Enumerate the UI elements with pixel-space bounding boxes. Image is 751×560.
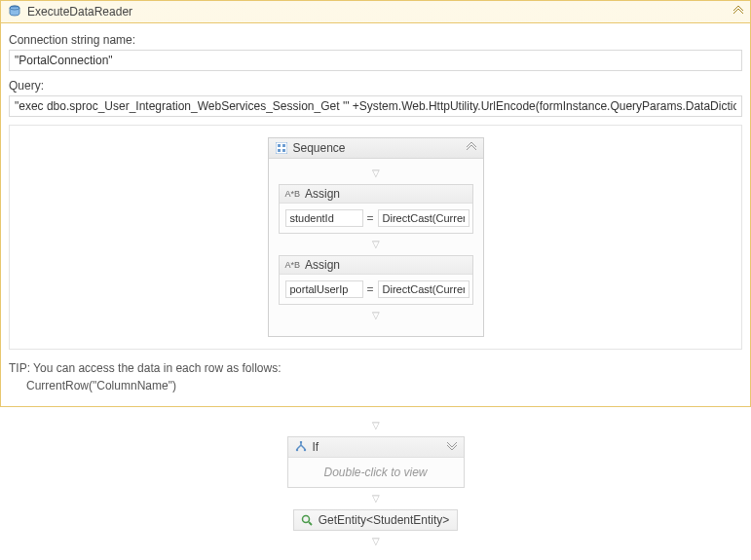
equals-label: =	[367, 282, 374, 296]
assign-icon: A*B	[285, 189, 301, 199]
query-input[interactable]	[9, 95, 742, 117]
assign-activity[interactable]: A*B Assign =	[279, 184, 473, 234]
connection-string-input[interactable]	[9, 50, 742, 71]
assign-activity[interactable]: A*B Assign =	[279, 255, 473, 305]
sequence-icon	[275, 141, 288, 155]
activity-body: Connection string name: Query:	[1, 23, 750, 406]
assign-title: Assign	[305, 187, 340, 201]
svg-point-7	[299, 441, 301, 443]
svg-rect-5	[278, 149, 281, 152]
get-entity-activity[interactable]: GetEntity<StudentEntity>	[293, 509, 459, 531]
equals-label: =	[367, 211, 374, 225]
assign-to-input[interactable]	[285, 280, 363, 298]
collapse-icon[interactable]	[732, 6, 744, 18]
if-icon	[294, 440, 308, 454]
sequence-body: ▽ A*B Assign = ▽	[269, 159, 483, 336]
tip-line-2: CurrentRow("ColumnName")	[26, 377, 742, 394]
collapse-icon[interactable]	[466, 142, 477, 154]
assign-header[interactable]: A*B Assign	[280, 185, 472, 204]
svg-line-11	[309, 522, 312, 525]
flow-arrow-icon: ▽	[372, 240, 380, 249]
assign-title: Assign	[305, 258, 340, 272]
svg-rect-2	[276, 142, 287, 154]
query-label: Query:	[9, 79, 742, 93]
assign-value-input[interactable]	[378, 209, 469, 227]
search-icon	[300, 513, 314, 527]
sequence-activity[interactable]: Sequence ▽ A*B Assign	[268, 137, 484, 337]
flow-arrow-icon: ▽	[372, 421, 380, 430]
connection-label: Connection string name:	[9, 33, 742, 47]
if-title: If	[313, 440, 446, 454]
svg-point-10	[302, 516, 309, 523]
flow-arrow-icon: ▽	[372, 494, 380, 504]
sequence-header[interactable]: Sequence	[269, 138, 483, 159]
if-activity[interactable]: If Double-click to view	[287, 436, 465, 488]
svg-rect-6	[282, 149, 285, 152]
database-icon	[7, 4, 22, 19]
assign-body: =	[280, 204, 472, 233]
svg-rect-3	[278, 144, 281, 147]
outer-flow: ▽ If Double-click to view ▽	[0, 407, 751, 560]
get-entity-title: GetEntity<StudentEntity>	[319, 513, 450, 527]
sequence-title: Sequence	[293, 141, 466, 155]
activity-title: ExecuteDataReader	[27, 5, 732, 19]
expand-icon[interactable]	[446, 441, 458, 453]
svg-rect-4	[282, 144, 285, 147]
svg-point-8	[295, 449, 297, 451]
assign-header[interactable]: A*B Assign	[280, 256, 472, 275]
designer-surface[interactable]: Sequence ▽ A*B Assign	[9, 125, 742, 350]
flow-arrow-icon: ▽	[372, 311, 380, 320]
assign-icon: A*B	[285, 260, 301, 270]
assign-body: =	[280, 275, 472, 304]
if-header[interactable]: If	[288, 437, 464, 458]
flow-arrow-icon: ▽	[372, 537, 380, 546]
assign-value-input[interactable]	[378, 280, 469, 298]
assign-to-input[interactable]	[285, 209, 363, 227]
activity-header[interactable]: ExecuteDataReader	[1, 1, 750, 23]
tip-text: TIP: You can access the data in each row…	[9, 359, 742, 394]
execute-data-reader-activity[interactable]: ExecuteDataReader Connection string name…	[0, 0, 751, 407]
if-hint[interactable]: Double-click to view	[288, 458, 464, 487]
tip-line-1: TIP: You can access the data in each row…	[9, 359, 742, 377]
svg-point-9	[303, 449, 305, 451]
flow-arrow-icon: ▽	[372, 168, 380, 178]
